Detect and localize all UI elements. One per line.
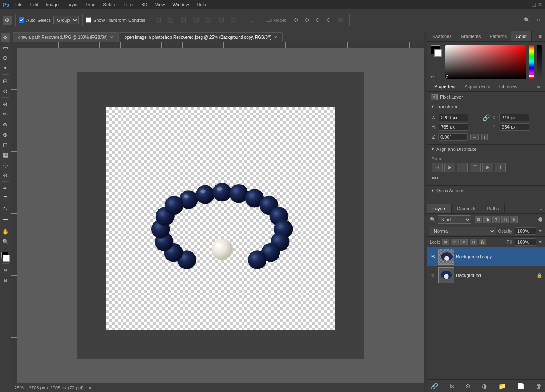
gradient-tool[interactable]: ▦ [1,150,10,159]
tab-properties[interactable]: Properties [430,82,459,91]
layer-eye-background-copy[interactable]: 👁 [430,253,437,260]
eraser-tool[interactable]: ◻ [1,140,10,149]
layer-effects-button[interactable]: fx [449,383,454,389]
canvas-scroll[interactable] [17,48,424,383]
more-options-button[interactable]: ... [247,16,255,24]
align-top-button[interactable]: ⬛ [191,16,201,24]
lasso-tool[interactable]: ⊙ [1,53,10,62]
menu-image[interactable]: Image [43,1,62,8]
background-swatch[interactable] [434,49,442,57]
y-input[interactable] [500,123,529,131]
tab-gradients[interactable]: Gradients [456,31,486,41]
new-adjustment-button[interactable]: ◑ [482,383,487,389]
blend-mode-select[interactable]: Normal [430,227,496,235]
marquee-tool[interactable]: ▭ [1,43,10,52]
menu-file[interactable]: File [12,1,26,8]
menu-window[interactable]: Window [169,1,192,8]
opacity-dropdown-arrow[interactable]: ▼ [538,228,542,234]
layers-tab-paths[interactable]: Paths [482,204,505,213]
layer-eye-background[interactable]: 👁 [430,272,437,279]
color-panel-collapse[interactable]: ≡ [536,31,545,41]
history-brush-tool[interactable]: ⊚ [1,130,10,139]
add-mask-button[interactable]: ⊙ [465,383,470,389]
tab-patterns[interactable]: Patterns [485,31,511,41]
color-gradient-picker[interactable] [445,45,526,79]
pen-tool[interactable]: ✒ [1,183,10,193]
flip-h-button[interactable]: ↔ [470,134,479,140]
close-button[interactable]: ✕ [537,1,542,8]
width-input[interactable] [439,114,468,121]
layers-panel-menu[interactable]: ≡ [537,204,545,213]
align-top-edges[interactable]: ⊤ [470,163,481,172]
eyedropper-tool[interactable]: ⊘ [1,86,10,96]
layers-tab-channels[interactable]: Channels [452,204,482,213]
align-bottom-edges[interactable]: ⊥ [495,163,506,172]
align-bottom-button[interactable]: ⬛ [216,16,227,24]
minimize-button[interactable]: ─ [526,1,531,8]
layers-tab-layers[interactable]: Layers [427,204,452,213]
hue-strip[interactable] [529,45,534,79]
3d-btn-2[interactable]: ⬡ [302,16,311,24]
menu-3d[interactable]: 3D [138,1,151,8]
3d-btn-5[interactable]: 🎥 [335,16,346,24]
kind-select[interactable]: Kind [438,215,471,224]
distribute-button[interactable]: ⬛ [228,16,239,24]
path-select-tool[interactable]: ↖ [1,204,10,213]
quick-mask-tool[interactable]: ⊠ [1,266,10,275]
menu-layer[interactable]: Layer [63,1,81,8]
lock-image[interactable]: ✏ [451,239,459,245]
magic-wand-tool[interactable]: ✦ [1,63,10,72]
align-right-edges[interactable]: ⊢ [457,163,468,172]
align-header[interactable]: ▼ Align and Distribute [427,145,545,154]
lock-transparent[interactable]: ⊞ [442,239,449,245]
menu-filter[interactable]: Filter [120,1,137,8]
tab-libraries[interactable]: Libraries [495,82,521,91]
align-center-h-button[interactable]: ⬛ [165,16,176,24]
screen-mode-tool[interactable]: ⊟ [1,276,10,285]
align-right-button[interactable]: ⬛ [178,16,189,24]
menu-view[interactable]: View [152,1,169,8]
layer-background-copy[interactable]: 👁 Background copy [427,247,545,266]
fill-input[interactable] [515,238,536,246]
link-layers-button[interactable]: 🔗 [431,383,438,389]
crop-tool[interactable]: ⊞ [1,76,10,86]
select-tool[interactable]: ✥ [1,33,10,42]
type-tool[interactable]: T [1,193,10,203]
menu-edit[interactable]: Edit [27,1,42,8]
move-tool-button[interactable]: ✥ [3,16,12,25]
brush-tool[interactable]: ✏ [1,110,10,119]
hand-tool[interactable]: ✋ [1,227,10,236]
quick-actions-header[interactable]: ▼ Quick Actions [427,186,545,195]
tab-0[interactable]: draw a path-Recovered.JPG @ 100% (RGB/8#… [13,32,119,42]
group-select[interactable]: Group [53,16,79,24]
tab-0-close[interactable]: ✕ [110,35,113,40]
lock-all[interactable]: 🔒 [479,239,486,245]
tab-color[interactable]: Color [511,31,531,41]
tab-swatches[interactable]: Swatches [427,31,456,41]
spot-healing-tool[interactable]: ⊕ [1,99,10,109]
filter-pixel[interactable]: ⊞ [475,216,482,223]
alpha-strip[interactable] [537,45,542,79]
3d-btn-4[interactable]: ⬡ [324,16,333,24]
delete-layer-button[interactable]: 🗑 [536,383,542,389]
search-button[interactable]: 🔍 [521,16,532,24]
new-layer-button[interactable]: 📄 [517,383,524,389]
align-left-button[interactable]: ⬛ [153,16,164,24]
menu-type[interactable]: Type [82,1,99,8]
filter-toggle-dot[interactable] [538,217,542,222]
tab-1[interactable]: open image in photoshop-Recovered.jpeg @… [119,32,283,42]
maximize-button[interactable]: □ [532,1,536,8]
fill-dropdown-arrow[interactable]: ▼ [538,239,542,244]
reset-colors[interactable]: ↩ [431,75,434,79]
filter-smart[interactable]: ⊛ [510,216,518,223]
dodge-tool[interactable]: ⊖ [1,170,10,180]
link-icon[interactable]: 🔗 [483,114,490,121]
more-align-button[interactable]: ••• [432,175,439,182]
opacity-input[interactable] [515,227,536,235]
layer-background[interactable]: 👁 Background 🔒 [427,266,545,285]
align-center-horizontal[interactable]: ⊕ [444,163,455,172]
auto-select-checkbox[interactable] [19,17,24,23]
workspace-button[interactable]: ⧉ [534,16,542,24]
tab-1-close[interactable]: ✕ [274,35,277,40]
align-left-edges[interactable]: ⊣ [432,163,443,172]
